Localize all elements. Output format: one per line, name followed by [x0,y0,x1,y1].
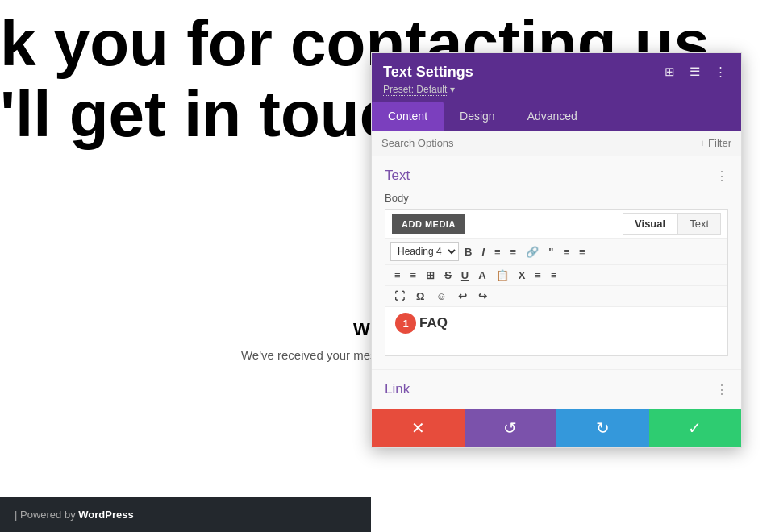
link-section: Link ⋮ [372,369,741,409]
text-settings-panel: Text Settings ⊞ ☰ ⋮ Preset: Default ▾ Co… [371,52,742,448]
align-right-btn[interactable]: ≡ [575,245,590,259]
special-chars-btn[interactable]: Ω [412,289,428,303]
unordered-list-btn[interactable]: ≡ [490,245,505,259]
align-center2-btn[interactable]: ≡ [406,268,421,282]
paste-btn[interactable]: 📋 [492,268,513,282]
text-section-header: Text ⋮ [372,156,741,192]
tab-content[interactable]: Content [372,102,444,131]
redo-button[interactable]: ↻ [556,409,649,447]
spacer [372,356,741,369]
tab-advanced[interactable]: Advanced [511,102,594,131]
editor-content-area[interactable]: 1 FAQ [385,307,727,355]
align-left-btn[interactable]: ≡ [559,245,573,259]
redo-btn[interactable]: ↪ [474,289,491,303]
undo-btn[interactable]: ↩ [454,289,471,303]
panel-tabs: Content Design Advanced [372,102,741,131]
panel-bottom-bar: ✕ ↺ ↻ ✓ [372,409,741,447]
link-section-title: Link [385,381,410,397]
indent-btn[interactable]: ≡ [531,268,545,282]
panel-header: Text Settings ⊞ ☰ ⋮ Preset: Default ▾ [372,53,741,102]
panel-header-top: Text Settings ⊞ ☰ ⋮ [383,63,730,81]
text-color-btn[interactable]: A [474,268,490,282]
preset-selector[interactable]: Preset: Default ▾ [383,84,730,95]
reset-button[interactable]: ↺ [465,409,557,447]
view-toggle: Visual Text [623,213,721,235]
outdent-btn[interactable]: ≡ [547,268,561,282]
blockquote-btn[interactable]: " [544,245,557,259]
italic-btn[interactable]: I [477,245,489,259]
link-btn[interactable]: 🔗 [522,245,543,259]
more-options-icon[interactable]: ⋮ [711,63,730,81]
heading-select[interactable]: Heading 4 [390,242,459,261]
ordered-list-btn[interactable]: ≡ [506,245,521,259]
table-btn[interactable]: ⊞ [422,268,439,282]
text-section-title: Text [385,168,410,184]
footer: | Powered by WordPress [0,497,371,532]
tab-design[interactable]: Design [444,102,511,131]
panel-title: Text Settings [383,64,473,81]
text-section-menu-btn[interactable]: ⋮ [715,168,728,184]
panel-body: Text ⋮ Body ADD MEDIA Visual Text Headin… [372,156,741,409]
cancel-button[interactable]: ✕ [372,409,465,447]
editor-container: ADD MEDIA Visual Text Heading 4 B I ≡ ≡ … [385,209,728,356]
number-badge: 1 [395,313,416,334]
editor-top-bar: ADD MEDIA Visual Text [385,210,727,239]
body-label: Body [372,192,741,209]
visual-view-btn[interactable]: Visual [623,213,677,235]
add-media-button[interactable]: ADD MEDIA [392,214,465,234]
text-view-btn[interactable]: Text [677,213,721,235]
search-bar: + Filter [372,131,741,156]
toolbar-row-1: Heading 4 B I ≡ ≡ 🔗 " ≡ ≡ [385,239,727,265]
expand-icon[interactable]: ⊞ [661,63,678,81]
align-left2-btn[interactable]: ≡ [390,268,405,282]
editor-wrap: 1 FAQ [419,315,718,331]
search-input[interactable] [381,137,699,149]
toolbar-row-3: ⛶ Ω ☺ ↩ ↪ [385,286,727,307]
link-section-menu-btn[interactable]: ⋮ [715,382,728,397]
underline-btn[interactable]: U [457,268,473,282]
clear-format-btn[interactable]: X [515,268,530,282]
save-button[interactable]: ✓ [649,409,742,447]
panel-header-icons: ⊞ ☰ ⋮ [661,63,730,81]
column-icon[interactable]: ☰ [686,63,703,81]
toolbar-row-2: ≡ ≡ ⊞ S U A 📋 X ≡ ≡ [385,265,727,286]
fullscreen-btn[interactable]: ⛶ [390,289,409,303]
strikethrough-btn[interactable]: S [440,268,456,282]
editor-faq-text[interactable]: FAQ [419,315,718,331]
filter-button[interactable]: + Filter [699,137,731,149]
emoji-btn[interactable]: ☺ [431,289,450,303]
bold-btn[interactable]: B [460,245,476,259]
